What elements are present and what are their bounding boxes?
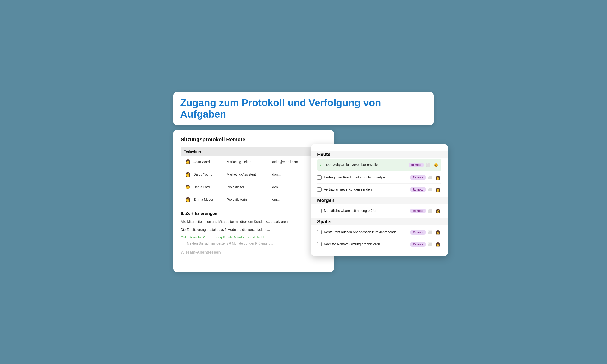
section6-checkbox-label: Melden Sie sich mindestens 6 Monate vor … xyxy=(187,242,273,245)
remote-tag: Remote xyxy=(410,175,426,180)
participant-role: Projektleiter xyxy=(223,181,269,193)
task-row: Vertrag an neue Kunden senden Remote ⬜ 👩 xyxy=(317,184,441,196)
today-group-label: Heute xyxy=(311,151,448,158)
avatar: 👩 xyxy=(434,207,441,214)
avatar: 👩 xyxy=(184,196,192,203)
task-row: Monatliche Übereinstimmung prüfen Remote… xyxy=(317,205,441,217)
participant-role: Marketing-Assistentin xyxy=(223,168,269,181)
remote-tag: Remote xyxy=(410,208,426,213)
table-row: 👩 Emma Meyer Projektleiterin em... xyxy=(181,193,327,206)
task-dots-icon: ⬜ xyxy=(428,230,432,234)
section6-text1: Alle Mitarbeiterinnen und Mitarbeiter mi… xyxy=(181,219,327,224)
page-title: Zugang zum Protokoll und Verfolgung von … xyxy=(180,97,427,120)
task-label: Monatliche Übereinstimmung prüfen xyxy=(324,208,408,213)
avatar: 👩 xyxy=(434,241,441,248)
section6-checkbox-item: Melden Sie sich mindestens 6 Monate vor … xyxy=(181,242,327,246)
task-row: Umfrage zur Kundenzufriedenheit analysie… xyxy=(317,171,441,184)
task-row-completed: ✓ Den Zeitplan für November erstellen Re… xyxy=(317,159,441,171)
avatar: 👩 xyxy=(434,186,441,193)
participant-email: darc... xyxy=(269,168,307,181)
section6-checkbox[interactable] xyxy=(181,242,185,246)
remote-tag: Remote xyxy=(410,230,426,234)
participant-name: Denis Ford xyxy=(194,185,210,189)
participant-name-cell: 👨 Denis Ford xyxy=(184,183,220,191)
participant-name-cell: 👩 Darcy Young xyxy=(184,171,220,178)
participant-name: Emma Meyer xyxy=(194,198,213,201)
task-row: Nächste Remote-Sitzung organisieren Remo… xyxy=(317,238,441,250)
task-label: Umfrage zur Kundenzufriedenheit analysie… xyxy=(324,175,408,180)
participant-email: em... xyxy=(269,193,307,206)
protocol-title: Sitzungsprotokoll Remote xyxy=(181,136,327,143)
section6-text2: Die Zertifizierung besteht aus 5 Modulen… xyxy=(181,227,327,232)
table-row: 👨 Denis Ford Projektleiter den... xyxy=(181,181,327,193)
title-card: Zugang zum Protokoll und Verfolgung von … xyxy=(173,92,434,125)
avatar: 👩 xyxy=(434,174,441,181)
task-label: Nächste Remote-Sitzung organisieren xyxy=(324,242,408,247)
task-checkbox[interactable] xyxy=(317,187,321,192)
participant-name-cell: 👩 Anita Ward xyxy=(184,158,220,166)
protocol-card: Sitzungsprotokoll Remote Teilnehmer 👩 An… xyxy=(173,130,334,272)
section6-heading: 6. Zertifizierungen xyxy=(181,211,327,216)
participant-name: Anita Ward xyxy=(194,160,210,164)
checkmark-icon: ✓ xyxy=(319,163,324,167)
task-checkbox[interactable] xyxy=(317,242,321,247)
task-label: Vertrag an neue Kunden senden xyxy=(324,187,408,192)
participant-role: Projektleiterin xyxy=(223,193,269,206)
cards-wrapper: Sitzungsprotokoll Remote Teilnehmer 👩 An… xyxy=(173,130,434,272)
task-dots-icon: ⬜ xyxy=(428,209,432,213)
task-checkbox[interactable] xyxy=(317,209,321,213)
avatar: 👩 xyxy=(434,229,441,236)
remote-tag: Remote xyxy=(410,187,426,192)
section7-heading: 7. Team-Abendessen xyxy=(181,250,327,255)
task-dots-icon: ⬜ xyxy=(426,163,430,167)
table-row: 👩 Darcy Young Marketing-Assistentin darc… xyxy=(181,168,327,181)
later-group-label: Später xyxy=(311,218,448,225)
task-dots-icon: ⬜ xyxy=(428,188,432,192)
tasks-card: Heute ✓ Den Zeitplan für November erstel… xyxy=(311,144,448,256)
task-checkbox[interactable] xyxy=(317,230,321,234)
section6-highlighted: Obligatorische Zertifizierung für alle M… xyxy=(181,235,327,239)
task-label: Restaurant buchen Abendessen zum Jahrese… xyxy=(324,230,408,234)
task-label: Den Zeitplan für November erstellen xyxy=(326,163,406,167)
outer-container: Zugang zum Protokoll und Verfolgung von … xyxy=(173,92,434,272)
participant-role: Marketing-Leiterin xyxy=(223,156,269,168)
remote-tag: Remote xyxy=(409,163,424,167)
task-dots-icon: ⬜ xyxy=(428,176,432,179)
remote-tag: Remote xyxy=(410,242,426,247)
participant-name: Darcy Young xyxy=(194,172,212,176)
avatar: 👨 xyxy=(184,183,192,191)
task-row: Restaurant buchen Abendessen zum Jahrese… xyxy=(317,226,441,238)
participants-table: Teilnehmer 👩 Anita Ward Marketing-Leiter… xyxy=(181,147,327,206)
participant-email: anita@email.com xyxy=(269,156,307,168)
table-row: 👩 Anita Ward Marketing-Leiterin anita@em… xyxy=(181,156,327,168)
participant-email: den... xyxy=(269,181,307,193)
avatar: 👩 xyxy=(184,158,192,166)
avatar: 👴 xyxy=(433,161,440,169)
morning-group-label: Morgen xyxy=(311,197,448,204)
participant-name-cell: 👩 Emma Meyer xyxy=(184,196,220,203)
participants-heading: Teilnehmer xyxy=(181,147,327,156)
avatar: 👩 xyxy=(184,171,192,178)
task-checkbox[interactable] xyxy=(317,175,321,180)
task-dots-icon: ⬜ xyxy=(428,242,432,246)
